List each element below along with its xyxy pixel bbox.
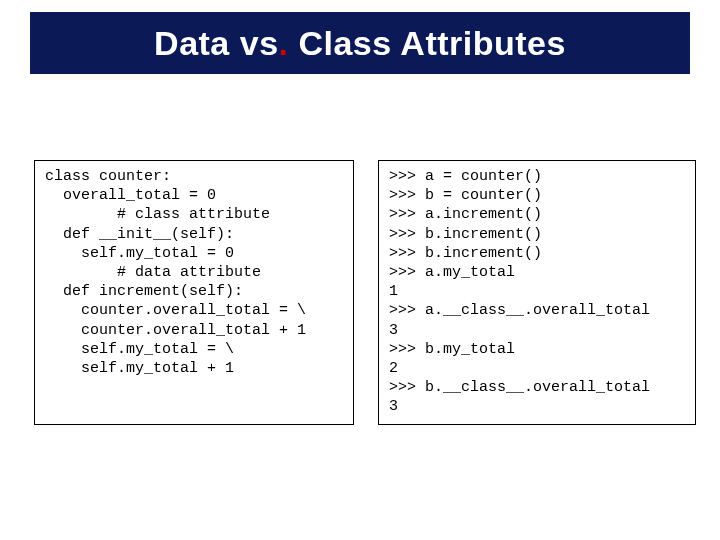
slide-title: Data vs. Class Attributes	[154, 24, 566, 63]
content-area: class counter: overall_total = 0 # class…	[34, 160, 696, 425]
title-bar: Data vs. Class Attributes	[30, 12, 690, 74]
title-part1: Data vs	[154, 24, 278, 62]
title-part2: Class Attributes	[289, 24, 566, 62]
slide: Data vs. Class Attributes class counter:…	[0, 0, 720, 540]
class-definition-code: class counter: overall_total = 0 # class…	[34, 160, 354, 425]
repl-session-code: >>> a = counter() >>> b = counter() >>> …	[378, 160, 696, 425]
title-separator: .	[279, 24, 289, 62]
